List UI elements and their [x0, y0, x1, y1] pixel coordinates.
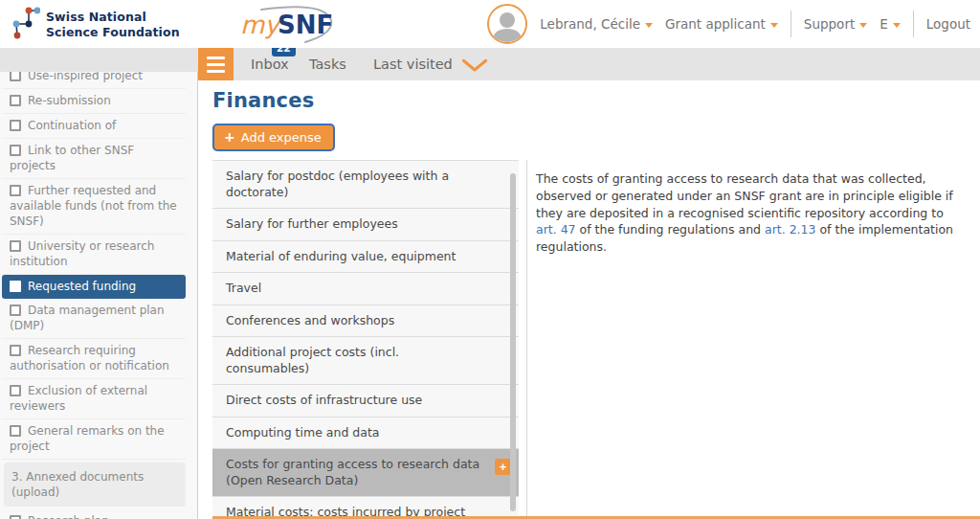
expense-item-travel[interactable]: Travel: [212, 273, 519, 305]
sidebar-item-use-inspired[interactable]: Use-inspired project: [2, 72, 186, 89]
mysnf-portal: Swiss National Science Foundation my SNF…: [0, 0, 980, 519]
sidebar-item-list: Use-inspired project Re-submission Conti…: [0, 72, 197, 519]
sidebar-item-further-funds[interactable]: Further requested and available funds (n…: [2, 179, 186, 235]
svg-text:my: my: [240, 11, 282, 39]
page-title: Finances: [212, 89, 980, 112]
nav-last-visited[interactable]: Last visited: [373, 48, 487, 80]
user-menu: Lebrand, Cécile Grant applicant Support …: [487, 0, 970, 48]
menu-divider: [791, 11, 791, 37]
checkbox-icon[interactable]: [10, 345, 21, 356]
app-header: Swiss National Science Foundation my SNF…: [0, 0, 980, 48]
role-menu[interactable]: Grant applicant: [665, 16, 778, 32]
chevron-down-icon: [893, 23, 901, 28]
main-content: Finances + Add expense Salary for postdo…: [198, 80, 980, 519]
mysnf-logo: my SNF: [233, 4, 344, 50]
expense-item-salary-postdoc[interactable]: Salary for postdoc (employees with a doc…: [212, 161, 519, 209]
checkbox-icon[interactable]: [10, 145, 21, 156]
checkbox-icon[interactable]: [10, 281, 21, 292]
checkbox-icon[interactable]: [10, 305, 21, 316]
expense-item-material-partners[interactable]: Material costs: costs incurred by projec…: [212, 497, 519, 516]
sidebar-item-continuation[interactable]: Continuation of: [2, 114, 186, 139]
sidebar-item-general-remarks[interactable]: General remarks on the project: [2, 419, 186, 460]
sidebar-item-dmp[interactable]: Data management plan (DMP): [2, 299, 186, 339]
menu-divider: [913, 11, 914, 37]
menu-button[interactable]: [198, 48, 234, 80]
nav-inbox[interactable]: 22 Inbox: [251, 48, 289, 80]
sidebar-section-annexed-documents[interactable]: 3. Annexed documents (upload): [4, 463, 186, 507]
add-expense-row-button[interactable]: +: [495, 459, 511, 475]
checkbox-icon[interactable]: [10, 95, 21, 106]
checkbox-icon[interactable]: [10, 240, 21, 252]
chevron-down-icon: [859, 23, 867, 28]
org-name: Swiss National Science Foundation: [46, 10, 180, 41]
user-avatar[interactable]: [487, 4, 527, 44]
expense-item-salary-further[interactable]: Salary for further employees: [212, 209, 519, 241]
sidebar-item-research-authorisation[interactable]: Research requiring authorisation or noti…: [2, 339, 186, 379]
snsf-logo: Swiss National Science Foundation: [8, 4, 180, 46]
link-art-2-13[interactable]: art. 2.13: [765, 222, 815, 237]
sidebar-item-requested-funding[interactable]: Requested funding: [2, 275, 186, 299]
sidebar-item-link-other-snsf[interactable]: Link to other SNSF projects: [2, 139, 186, 179]
checkbox-icon[interactable]: [10, 425, 21, 437]
checkbox-icon[interactable]: [10, 120, 21, 131]
snsf-logo-mark-icon: [8, 4, 40, 46]
chevron-down-icon: [645, 23, 653, 28]
info-panel: The costs of granting access to research…: [527, 160, 980, 516]
plus-icon: +: [224, 129, 235, 145]
checkbox-icon[interactable]: [10, 185, 21, 196]
info-text: The costs of granting access to research…: [536, 170, 967, 256]
support-menu[interactable]: Support: [804, 16, 867, 32]
nav-tasks[interactable]: Tasks: [309, 48, 346, 80]
expense-category-list: Salary for postdoc (employees with a doc…: [212, 160, 519, 516]
checkbox-icon[interactable]: [10, 515, 21, 519]
expense-item-infrastructure[interactable]: Direct costs of infrastructure use: [212, 385, 519, 417]
link-art-47[interactable]: art. 47: [536, 222, 576, 237]
expense-item-material-equipment[interactable]: Material of enduring value, equipment: [212, 241, 519, 274]
checkbox-icon[interactable]: [10, 385, 21, 396]
finances-panel: Salary for postdoc (employees with a doc…: [212, 160, 980, 519]
expense-item-open-research-data[interactable]: Costs for granting access to research da…: [212, 449, 519, 497]
language-menu[interactable]: E: [880, 16, 901, 32]
expense-item-computing[interactable]: Computing time and data: [212, 417, 519, 450]
sidebar-nav: Use-inspired project Re-submission Conti…: [0, 72, 198, 519]
expense-item-conferences[interactable]: Conferences and workshops: [212, 305, 519, 338]
chevron-down-icon: [462, 59, 487, 72]
checkbox-icon[interactable]: [10, 72, 21, 81]
chevron-down-icon: [770, 23, 778, 28]
sidebar-item-exclusion-reviewers[interactable]: Exclusion of external reviewers: [2, 379, 186, 419]
expense-item-additional-costs[interactable]: Additional project costs (incl. consumab…: [212, 337, 519, 385]
sidebar-item-research-plan[interactable]: Research plan: [2, 509, 186, 519]
add-expense-button[interactable]: + Add expense: [212, 124, 335, 151]
sidebar-item-resubmission[interactable]: Re-submission: [2, 89, 186, 114]
user-name-menu[interactable]: Lebrand, Cécile: [540, 16, 653, 32]
list-scrollbar[interactable]: [510, 173, 516, 511]
svg-text:SNF: SNF: [278, 11, 333, 39]
sidebar-item-university[interactable]: University or research institution: [2, 235, 186, 275]
logout-button[interactable]: Logout: [926, 16, 970, 32]
